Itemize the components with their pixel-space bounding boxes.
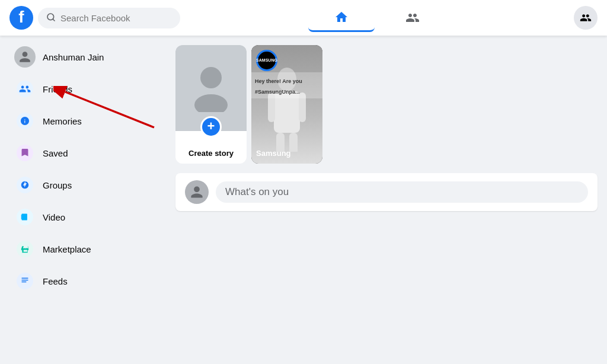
content-area: + Create story xyxy=(166,36,607,364)
sidebar-item-groups[interactable]: Groups xyxy=(5,170,161,200)
sidebar-item-marketplace[interactable]: Marketplace xyxy=(5,234,161,264)
sidebar-item-memories[interactable]: Memories xyxy=(5,106,161,136)
svg-point-3 xyxy=(17,113,33,129)
samsung-story-label: Samsung xyxy=(256,149,291,158)
post-avatar xyxy=(185,180,209,204)
sidebar-container: Anshuman Jain Friends xyxy=(0,36,166,364)
sidebar-item-friends[interactable]: Friends xyxy=(5,74,161,104)
nav-friends-button[interactable] xyxy=(379,4,446,32)
sidebar-friends-label: Friends xyxy=(43,84,72,94)
samsung-badge: SAMSUNG xyxy=(256,50,277,71)
sidebar-user-name: Anshuman Jain xyxy=(43,52,104,62)
fb-logo-letter: f xyxy=(18,9,24,25)
facebook-logo[interactable]: f xyxy=(9,6,33,30)
stories-row: + Create story xyxy=(175,45,598,164)
post-input-field[interactable]: What's on you xyxy=(216,181,588,203)
svg-point-2 xyxy=(17,81,33,97)
sidebar-item-saved[interactable]: Saved xyxy=(5,138,161,168)
search-icon xyxy=(46,12,56,24)
friends-icon xyxy=(14,78,36,100)
sidebar: Anshuman Jain Friends xyxy=(0,36,166,302)
svg-line-1 xyxy=(53,19,55,21)
sidebar-saved-label: Saved xyxy=(43,148,68,158)
feeds-icon xyxy=(14,270,36,292)
svg-point-5 xyxy=(17,177,33,193)
marketplace-icon xyxy=(14,238,36,260)
sidebar-item-feeds[interactable]: Feeds xyxy=(5,266,161,296)
topnav: f xyxy=(0,0,607,36)
saved-icon xyxy=(14,142,36,164)
groups-icon xyxy=(14,174,36,196)
sidebar-video-label: Video xyxy=(43,212,65,222)
samsung-overlay-text: Hey there! Are you #SamsungUnpa... xyxy=(251,72,322,98)
post-input-row: What's on you xyxy=(175,173,598,211)
sidebar-memories-label: Memories xyxy=(43,116,82,126)
search-bar[interactable] xyxy=(38,8,180,28)
memories-icon xyxy=(14,110,36,132)
sidebar-feeds-label: Feeds xyxy=(43,276,68,286)
nav-people-button[interactable] xyxy=(574,6,598,30)
video-icon xyxy=(14,206,36,228)
search-input[interactable] xyxy=(60,13,172,23)
nav-center xyxy=(180,4,574,32)
create-story-card[interactable]: + Create story xyxy=(175,45,247,164)
svg-point-12 xyxy=(194,94,228,112)
sidebar-groups-label: Groups xyxy=(43,180,72,190)
sidebar-item-video[interactable]: Video xyxy=(5,202,161,232)
nav-home-button[interactable] xyxy=(308,4,375,32)
nav-right xyxy=(574,6,598,30)
main-layout: Anshuman Jain Friends xyxy=(0,36,607,364)
user-avatar xyxy=(14,46,36,68)
sidebar-marketplace-label: Marketplace xyxy=(43,244,91,254)
samsung-story-card[interactable]: SAMSUNG Hey there! Are you #SamsungUnpa.… xyxy=(251,45,322,164)
post-placeholder-text: What's on you xyxy=(225,186,289,197)
svg-point-11 xyxy=(200,67,222,88)
create-story-label: Create story xyxy=(175,149,247,158)
sidebar-user-profile[interactable]: Anshuman Jain xyxy=(5,41,161,72)
create-story-plus[interactable]: + xyxy=(200,116,222,138)
svg-point-8 xyxy=(17,273,33,289)
